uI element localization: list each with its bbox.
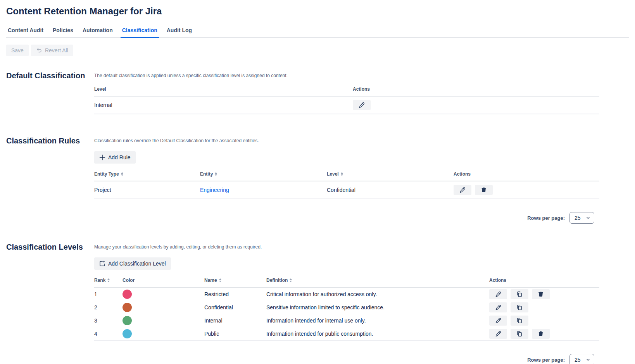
- rows-per-page-value: 25: [575, 357, 581, 363]
- section-levels-content: Manage your classification levels by add…: [94, 242, 599, 364]
- section-rules-content: Classification rules override the Defaul…: [94, 136, 599, 224]
- copy-button[interactable]: [511, 316, 528, 326]
- classification-rules-table: Entity Type Entity Level Actions Project: [94, 169, 599, 199]
- sort-icon: [215, 172, 217, 176]
- copy-icon: [516, 317, 523, 324]
- level-name-cell: Public: [204, 329, 266, 338]
- sort-icon: [341, 172, 343, 176]
- actions-cell: [454, 181, 599, 198]
- column-header-name[interactable]: Name: [204, 275, 266, 287]
- trash-icon: [538, 331, 544, 337]
- edit-button[interactable]: [353, 100, 371, 110]
- edit-button[interactable]: [489, 316, 507, 326]
- color-dot: [123, 290, 132, 299]
- rows-per-page-value: 25: [575, 215, 581, 221]
- rule-level-cell: Confidential: [327, 183, 454, 197]
- entity-link[interactable]: Engineering: [200, 187, 229, 193]
- level-color-cell: [123, 328, 204, 340]
- level-definition-cell: Critical information for authorized acce…: [266, 290, 489, 299]
- column-header-level[interactable]: Level: [327, 169, 454, 181]
- table-row: 1 Restricted Critical information for au…: [94, 288, 599, 301]
- edit-button[interactable]: [454, 185, 471, 195]
- revert-all-button-label: Revert All: [45, 47, 68, 53]
- section-default-content: The default classification is applied un…: [94, 71, 599, 114]
- level-color-cell: [123, 301, 204, 314]
- color-dot: [123, 303, 132, 312]
- pencil-icon: [459, 187, 466, 193]
- add-rule-button-label: Add Rule: [108, 154, 131, 160]
- pencil-icon: [359, 102, 365, 108]
- tab-policies[interactable]: Policies: [51, 27, 75, 38]
- sort-icon: [290, 278, 292, 282]
- default-classification-description: The default classification is applied un…: [94, 72, 599, 79]
- copy-button[interactable]: [511, 289, 528, 299]
- edit-button[interactable]: [489, 289, 507, 299]
- tab-automation[interactable]: Automation: [81, 27, 114, 38]
- classification-rules-heading: Classification Rules: [6, 136, 94, 145]
- pencil-icon: [495, 291, 501, 297]
- page: Content Retention Manager for Jira Conte…: [0, 0, 635, 364]
- section-default-classification: Default Classification The default class…: [6, 71, 629, 114]
- save-button[interactable]: Save: [6, 45, 29, 56]
- add-rule-button[interactable]: Add Rule: [94, 151, 136, 164]
- rows-per-page-select[interactable]: 25: [569, 354, 594, 364]
- level-rank-cell: 3: [94, 316, 123, 325]
- rows-per-page-label: Rows per page:: [527, 357, 565, 363]
- classification-rules-description: Classification rules override the Defaul…: [94, 138, 599, 144]
- tab-bar: Content Audit Policies Automation Classi…: [6, 27, 629, 38]
- column-header-label: Definition: [266, 278, 288, 283]
- rows-per-page-select[interactable]: 25: [569, 212, 594, 224]
- column-header-label: Rank: [94, 278, 105, 283]
- tab-content-audit[interactable]: Content Audit: [6, 27, 45, 38]
- rule-entity-type-cell: Project: [94, 183, 200, 197]
- level-name-cell: Internal: [204, 316, 266, 325]
- column-header-actions: Actions: [489, 275, 599, 287]
- level-color-cell: [123, 314, 204, 327]
- default-classification-heading: Default Classification: [6, 71, 94, 80]
- level-color-cell: [123, 288, 204, 300]
- trash-icon: [481, 187, 487, 193]
- color-dot: [123, 329, 132, 338]
- column-header-definition[interactable]: Definition: [266, 275, 489, 287]
- column-header-label: Level: [327, 171, 339, 177]
- level-name-cell: Confidential: [204, 303, 266, 312]
- delete-button[interactable]: [532, 289, 550, 299]
- level-name-cell: Restricted: [204, 290, 266, 299]
- actions-cell: [489, 288, 599, 301]
- actions-cell: [489, 301, 599, 314]
- table-row: Internal: [94, 97, 599, 114]
- copy-button[interactable]: [511, 329, 528, 339]
- column-header-entity[interactable]: Entity: [200, 169, 327, 181]
- pencil-icon: [495, 331, 501, 337]
- column-header-label: Entity: [200, 171, 213, 177]
- sort-icon: [219, 278, 221, 282]
- table-row: 2 Confidential Sensitive information lim…: [94, 301, 599, 314]
- revert-all-button[interactable]: Revert All: [31, 45, 73, 56]
- edit-button[interactable]: [489, 329, 507, 339]
- column-header-rank[interactable]: Rank: [94, 275, 123, 287]
- add-classification-level-button[interactable]: Add Classification Level: [94, 257, 171, 270]
- level-rank-cell: 4: [94, 329, 123, 338]
- toolbar: Save Revert All: [6, 45, 629, 56]
- tab-audit-log[interactable]: Audit Log: [165, 27, 193, 38]
- level-rank-cell: 1: [94, 290, 123, 299]
- tab-classification[interactable]: Classification: [121, 27, 159, 38]
- column-header-entity-type[interactable]: Entity Type: [94, 169, 200, 181]
- edit-button[interactable]: [489, 302, 507, 312]
- column-header-color: Color: [123, 275, 204, 287]
- color-dot: [123, 316, 132, 325]
- sort-icon: [107, 278, 110, 282]
- section-rules-left: Classification Rules: [6, 136, 94, 224]
- pencil-icon: [495, 317, 501, 324]
- trash-icon: [538, 291, 544, 297]
- add-item-icon: [99, 260, 105, 267]
- level-rank-cell: 2: [94, 303, 123, 312]
- classification-levels-description: Manage your classification levels by add…: [94, 244, 599, 250]
- table-body: 1 Restricted Critical information for au…: [94, 288, 599, 341]
- table-header-row: Rank Color Name Definition Actions: [94, 275, 599, 288]
- page-title: Content Retention Manager for Jira: [6, 6, 629, 17]
- delete-button[interactable]: [532, 329, 550, 339]
- copy-button[interactable]: [511, 302, 528, 312]
- delete-button[interactable]: [475, 185, 493, 195]
- default-level-cell: Internal: [94, 98, 353, 112]
